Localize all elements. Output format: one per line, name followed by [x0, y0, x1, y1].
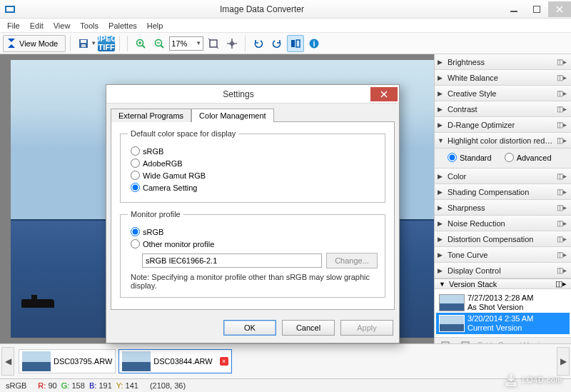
panel-color[interactable]: ▶Color◫▸ [435, 169, 571, 184]
panel-label: Noise Reduction [448, 219, 554, 228]
filmstrip-next-button[interactable]: ▶ [557, 347, 570, 376]
monitor-profile-field[interactable] [142, 253, 322, 268]
info-button[interactable]: i [305, 35, 323, 52]
version-name: As Shot Version [468, 303, 533, 312]
fieldset-default-color-space: Default color space for display sRGB Ado… [120, 129, 385, 203]
chevron-right-icon: ▶ [438, 74, 445, 81]
rotate-left-button[interactable] [250, 35, 267, 52]
view-mode-button[interactable]: View Mode [3, 35, 66, 52]
app-title: Image Data Converter [21, 4, 502, 14]
chevron-down-icon: ▼ [438, 137, 445, 144]
radio-standard[interactable]: Standard [448, 153, 492, 162]
version-time: 3/20/2014 2:35 AM [468, 314, 533, 323]
apply-button[interactable]: Apply [340, 320, 393, 336]
zoom-out-button[interactable] [151, 35, 168, 52]
popout-icon[interactable]: ◫▸ [557, 251, 567, 258]
tab-color-management[interactable]: Color Management [191, 109, 274, 122]
version-stack-header[interactable]: ▼ Version Stack ◫▸ [435, 278, 571, 289]
menu-file[interactable]: File [3, 20, 24, 31]
chevron-right-icon: ▶ [438, 220, 445, 227]
navigator-button[interactable] [223, 35, 241, 52]
menu-view[interactable]: View [49, 20, 75, 31]
cancel-button[interactable]: Cancel [282, 320, 335, 336]
change-profile-button[interactable]: Change... [326, 253, 378, 268]
panel-brightness[interactable]: ▶Brightness◫▸ [435, 54, 571, 70]
panel-noise-reduction[interactable]: ▶Noise Reduction◫▸ [435, 216, 571, 231]
thumbnail-close-button[interactable]: × [220, 357, 228, 366]
svg-rect-17 [462, 342, 469, 343]
radio-srgb[interactable]: sRGB [131, 146, 378, 156]
panel-contrast[interactable]: ▶Contrast◫▸ [435, 101, 571, 117]
popout-icon[interactable]: ◫▸ [557, 203, 567, 211]
panel-creative-style[interactable]: ▶Creative Style◫▸ [435, 86, 571, 101]
menu-edit[interactable]: Edit [26, 20, 48, 31]
popout-icon[interactable]: ◫▸ [557, 121, 567, 129]
chevron-right-icon: ▶ [438, 267, 445, 274]
version-remove-button[interactable]: － [458, 336, 475, 343]
menu-tools[interactable]: Tools [76, 20, 103, 31]
radio-monitor-srgb[interactable]: sRGB [131, 227, 378, 236]
set-current-version-button[interactable]: Set to Current Version [477, 341, 547, 343]
tab-panel-color-management: Default color space for display sRGB Ado… [111, 121, 395, 310]
popout-icon[interactable]: ◫▸ [557, 136, 567, 144]
window-close-button[interactable] [548, 1, 571, 17]
tab-external-programs[interactable]: External Programs [111, 109, 191, 122]
window-minimize-button[interactable] [502, 1, 525, 17]
dialog-close-button[interactable] [370, 87, 398, 101]
version-add-button[interactable]: ＋ [438, 336, 455, 343]
chevron-right-icon: ▶ [438, 251, 445, 258]
popout-icon[interactable]: ◫▸ [557, 188, 567, 196]
panel-body-highlight: Standard Advanced [435, 149, 571, 169]
chevron-right-icon: ▶ [438, 189, 445, 196]
window-maximize-button[interactable] [525, 1, 548, 17]
legend-monitor-profile: Monitor profile [128, 210, 183, 218]
radio-camera-setting[interactable]: Camera Setting [131, 183, 378, 192]
zoom-field[interactable]: ▼ [169, 36, 203, 51]
menu-palettes[interactable]: Palettes [104, 20, 141, 31]
panel-d-range-optimizer[interactable]: ▶D-Range Optimizer◫▸ [435, 117, 571, 133]
popout-icon[interactable]: ◫▸ [557, 172, 567, 180]
export-jpeg-tiff-button[interactable]: JPEGTIFF [98, 35, 115, 52]
svg-rect-5 [81, 40, 86, 43]
panel-distortion-compensation[interactable]: ▶Distortion Compensation◫▸ [435, 231, 571, 247]
radio-advanced[interactable]: Advanced [505, 153, 552, 162]
panel-highlight-color-distortion-reduction[interactable]: ▼Highlight color distortion reduction◫▸ [435, 133, 571, 149]
popout-icon[interactable]: ◫▸ [557, 89, 567, 97]
popout-icon[interactable]: ◫▸ [557, 74, 567, 81]
status-coords: (2108, 36) [150, 381, 186, 390]
panel-white-balance[interactable]: ▶White Balance◫▸ [435, 70, 571, 86]
popout-icon[interactable]: ◫▸ [557, 235, 567, 243]
crop-button[interactable] [205, 35, 222, 52]
zoom-input[interactable] [171, 39, 193, 48]
panel-tone-curve[interactable]: ▶Tone Curve◫▸ [435, 247, 571, 263]
version-item[interactable]: 3/20/2014 2:35 AMCurrent Version [436, 313, 570, 333]
svg-rect-6 [81, 44, 86, 47]
rotate-right-button[interactable] [268, 35, 286, 52]
chevron-down-icon[interactable]: ▼ [196, 40, 201, 46]
ok-button[interactable]: OK [223, 320, 276, 336]
thumbnail[interactable]: DSC03844.ARW× [118, 349, 231, 373]
panel-display-control[interactable]: ▶Display Control◫▸ [435, 263, 571, 278]
panel-sharpness[interactable]: ▶Sharpness◫▸ [435, 200, 571, 216]
popout-icon[interactable]: ◫▸ [555, 279, 567, 288]
radio-wide-gamut[interactable]: Wide Gamut RGB [131, 171, 378, 180]
compare-button[interactable] [287, 35, 304, 52]
popout-icon[interactable]: ◫▸ [557, 266, 567, 274]
version-item[interactable]: 7/27/2013 2:28 AMAs Shot Version [436, 292, 570, 313]
thumbnail[interactable]: DSC03795.ARW [19, 349, 116, 373]
version-time: 7/27/2013 2:28 AM [468, 293, 533, 303]
zoom-in-button[interactable] [132, 35, 149, 52]
svg-rect-12 [296, 40, 300, 47]
menu-help[interactable]: Help [143, 20, 168, 31]
save-button[interactable] [75, 35, 92, 52]
status-colorspace: sRGB [6, 381, 26, 390]
panel-shading-compensation[interactable]: ▶Shading Compensation◫▸ [435, 184, 571, 200]
thumbnail-image [22, 351, 51, 371]
filmstrip-prev-button[interactable]: ◀ [1, 347, 14, 376]
panel-label: D-Range Optimizer [448, 121, 554, 129]
radio-adobergb[interactable]: AdobeRGB [131, 159, 378, 168]
popout-icon[interactable]: ◫▸ [557, 105, 567, 113]
popout-icon[interactable]: ◫▸ [557, 219, 567, 227]
radio-monitor-other[interactable]: Other monitor profile [131, 239, 378, 248]
popout-icon[interactable]: ◫▸ [557, 58, 567, 66]
